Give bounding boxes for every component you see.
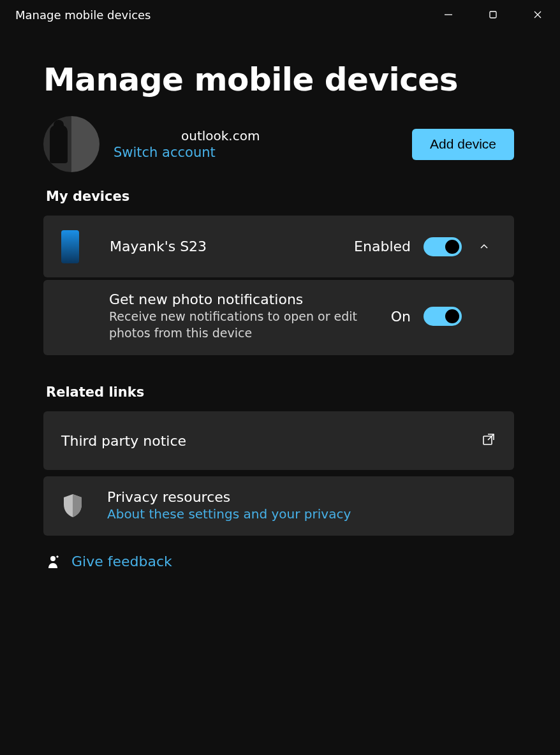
window-title: Manage mobile devices bbox=[15, 8, 151, 22]
third-party-notice-label: Third party notice bbox=[61, 433, 481, 449]
account-info: outlook.com Switch account bbox=[114, 128, 260, 160]
phone-icon bbox=[61, 230, 79, 263]
my-devices-heading: My devices bbox=[46, 189, 514, 204]
maximize-button[interactable] bbox=[471, 0, 515, 29]
third-party-notice-link[interactable]: Third party notice bbox=[43, 411, 514, 470]
avatar[interactable] bbox=[43, 116, 99, 172]
open-external-icon bbox=[481, 432, 496, 450]
close-icon bbox=[533, 10, 542, 19]
expand-collapse-button[interactable] bbox=[472, 242, 496, 252]
feedback-icon bbox=[46, 554, 63, 569]
device-enabled-toggle[interactable] bbox=[424, 237, 462, 256]
device-row: Mayank's S23 Enabled bbox=[43, 216, 514, 277]
title-bar: Manage mobile devices bbox=[0, 0, 560, 29]
give-feedback-link[interactable]: Give feedback bbox=[46, 553, 514, 569]
window-controls bbox=[426, 0, 560, 29]
switch-account-link[interactable]: Switch account bbox=[114, 145, 260, 160]
close-button[interactable] bbox=[515, 0, 560, 29]
page-title: Manage mobile devices bbox=[43, 61, 514, 98]
svg-rect-1 bbox=[490, 11, 496, 18]
photo-notification-description: Receive new notifications to open or edi… bbox=[109, 309, 364, 341]
photo-notification-row: Get new photo notifications Receive new … bbox=[43, 280, 514, 355]
device-status-label: Enabled bbox=[354, 238, 411, 254]
photo-notification-title: Get new photo notifications bbox=[109, 291, 391, 307]
chevron-up-icon bbox=[479, 242, 489, 252]
minimize-icon bbox=[444, 10, 453, 19]
device-name: Mayank's S23 bbox=[110, 238, 354, 254]
add-device-button[interactable]: Add device bbox=[412, 129, 514, 160]
related-links-heading: Related links bbox=[46, 385, 514, 400]
svg-line-5 bbox=[488, 434, 494, 440]
privacy-resources-card: Privacy resources About these settings a… bbox=[43, 476, 514, 536]
account-email: outlook.com bbox=[114, 128, 260, 143]
content-area: Manage mobile devices outlook.com Switch… bbox=[0, 29, 560, 569]
svg-point-6 bbox=[50, 556, 55, 561]
account-row: outlook.com Switch account Add device bbox=[43, 116, 514, 172]
photo-notification-state-label: On bbox=[391, 309, 411, 325]
maximize-icon bbox=[489, 10, 497, 19]
privacy-about-link[interactable]: About these settings and your privacy bbox=[107, 506, 351, 522]
photo-notification-toggle[interactable] bbox=[424, 307, 462, 326]
minimize-button[interactable] bbox=[426, 0, 471, 29]
shield-icon bbox=[61, 493, 84, 518]
give-feedback-label: Give feedback bbox=[71, 553, 172, 569]
privacy-resources-title: Privacy resources bbox=[107, 489, 351, 505]
